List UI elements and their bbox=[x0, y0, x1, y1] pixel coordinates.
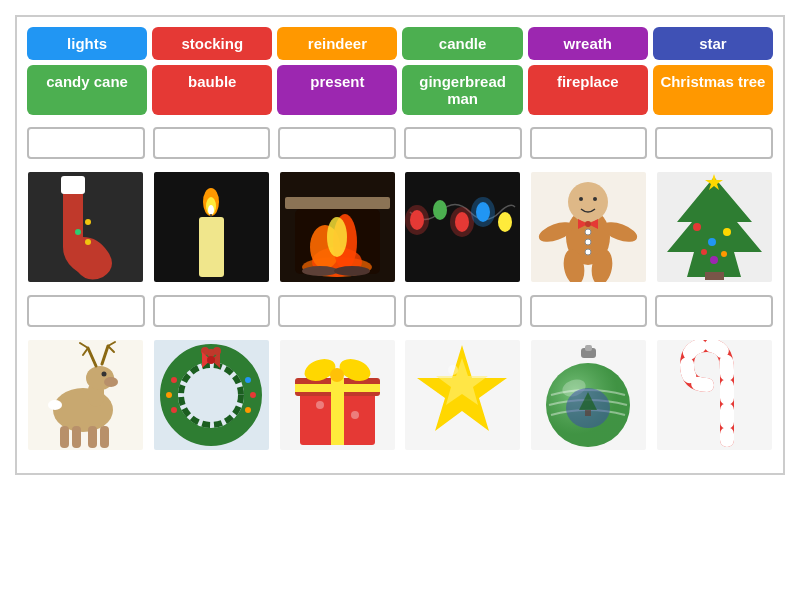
image-row-1: HO bbox=[27, 167, 773, 287]
chip-star[interactable]: star bbox=[653, 27, 773, 60]
svg-point-87 bbox=[207, 356, 215, 364]
svg-point-42 bbox=[585, 221, 591, 227]
svg-text:HO: HO bbox=[68, 193, 80, 202]
image-present bbox=[278, 335, 396, 455]
image-christmas-tree bbox=[655, 167, 773, 287]
svg-point-72 bbox=[48, 400, 62, 410]
svg-point-53 bbox=[701, 249, 707, 255]
svg-point-33 bbox=[568, 182, 608, 222]
svg-point-44 bbox=[585, 239, 591, 245]
answer-box-8[interactable] bbox=[153, 295, 271, 327]
svg-point-52 bbox=[708, 238, 716, 246]
chip-candle[interactable]: candle bbox=[402, 27, 522, 60]
answer-box-6[interactable] bbox=[655, 127, 773, 159]
svg-rect-92 bbox=[295, 384, 380, 392]
answer-box-5[interactable] bbox=[530, 127, 648, 159]
svg-point-24 bbox=[433, 200, 447, 220]
image-candle bbox=[153, 167, 271, 287]
image-gingerbread bbox=[530, 167, 648, 287]
svg-rect-48 bbox=[705, 272, 724, 280]
svg-point-29 bbox=[450, 207, 474, 237]
main-container: lights stocking reindeer candle wreath s… bbox=[15, 15, 785, 475]
svg-point-20 bbox=[302, 266, 338, 276]
svg-point-82 bbox=[245, 377, 251, 383]
svg-point-95 bbox=[330, 368, 344, 382]
svg-point-38 bbox=[579, 197, 583, 201]
svg-point-96 bbox=[316, 401, 324, 409]
word-bank: lights stocking reindeer candle wreath s… bbox=[27, 27, 773, 115]
answer-box-10[interactable] bbox=[404, 295, 522, 327]
svg-rect-69 bbox=[72, 426, 81, 448]
svg-point-84 bbox=[245, 407, 251, 413]
chip-wreath[interactable]: wreath bbox=[528, 27, 648, 60]
answer-box-4[interactable] bbox=[404, 127, 522, 159]
answer-box-12[interactable] bbox=[655, 295, 773, 327]
svg-rect-7 bbox=[199, 217, 224, 277]
answer-box-7[interactable] bbox=[27, 295, 145, 327]
image-candy-cane bbox=[655, 335, 773, 455]
image-stocking: HO bbox=[27, 167, 145, 287]
svg-point-51 bbox=[723, 228, 731, 236]
chip-stocking[interactable]: stocking bbox=[152, 27, 272, 60]
answer-row-2 bbox=[27, 295, 773, 327]
svg-point-3 bbox=[75, 229, 81, 235]
answer-box-1[interactable] bbox=[27, 127, 145, 159]
svg-rect-110 bbox=[585, 410, 591, 416]
svg-point-21 bbox=[334, 266, 370, 276]
answer-box-3[interactable] bbox=[278, 127, 396, 159]
svg-rect-68 bbox=[60, 426, 69, 448]
svg-point-60 bbox=[104, 377, 118, 387]
svg-rect-70 bbox=[88, 426, 97, 448]
image-reindeer bbox=[27, 335, 145, 455]
svg-rect-111 bbox=[657, 340, 772, 450]
answer-box-11[interactable] bbox=[530, 295, 648, 327]
svg-rect-13 bbox=[285, 197, 390, 209]
chip-reindeer[interactable]: reindeer bbox=[277, 27, 397, 60]
image-bauble bbox=[530, 335, 648, 455]
svg-point-4 bbox=[85, 239, 91, 245]
svg-point-43 bbox=[585, 229, 591, 235]
svg-point-83 bbox=[250, 392, 256, 398]
image-fireplace bbox=[278, 167, 396, 287]
chip-gingerbread[interactable]: gingerbread man bbox=[402, 65, 522, 115]
svg-point-45 bbox=[585, 249, 591, 255]
image-wreath bbox=[153, 335, 271, 455]
image-row-2 bbox=[27, 335, 773, 455]
svg-point-55 bbox=[710, 256, 718, 264]
answer-row-1 bbox=[27, 127, 773, 159]
answer-box-2[interactable] bbox=[153, 127, 271, 159]
svg-point-2 bbox=[85, 219, 91, 225]
svg-point-101 bbox=[448, 365, 458, 375]
svg-rect-71 bbox=[100, 426, 109, 448]
svg-point-50 bbox=[693, 223, 701, 231]
svg-point-61 bbox=[102, 372, 107, 377]
svg-point-28 bbox=[405, 205, 429, 235]
svg-point-79 bbox=[171, 377, 177, 383]
svg-point-30 bbox=[471, 197, 495, 227]
image-lights bbox=[404, 167, 522, 287]
svg-point-39 bbox=[593, 197, 597, 201]
svg-point-80 bbox=[166, 392, 172, 398]
svg-point-97 bbox=[351, 411, 359, 419]
chip-fireplace[interactable]: fireplace bbox=[528, 65, 648, 115]
svg-point-81 bbox=[171, 407, 177, 413]
svg-point-27 bbox=[498, 212, 512, 232]
svg-point-10 bbox=[208, 205, 214, 215]
svg-point-19 bbox=[327, 217, 347, 257]
svg-rect-104 bbox=[585, 345, 592, 351]
svg-rect-1 bbox=[61, 176, 85, 194]
chip-christmas-tree[interactable]: Christmas tree bbox=[653, 65, 773, 115]
svg-point-54 bbox=[721, 251, 727, 257]
chip-candy-cane[interactable]: candy cane bbox=[27, 65, 147, 115]
answer-box-9[interactable] bbox=[278, 295, 396, 327]
image-star bbox=[404, 335, 522, 455]
chip-present[interactable]: present bbox=[277, 65, 397, 115]
chip-bauble[interactable]: bauble bbox=[152, 65, 272, 115]
chip-lights[interactable]: lights bbox=[27, 27, 147, 60]
